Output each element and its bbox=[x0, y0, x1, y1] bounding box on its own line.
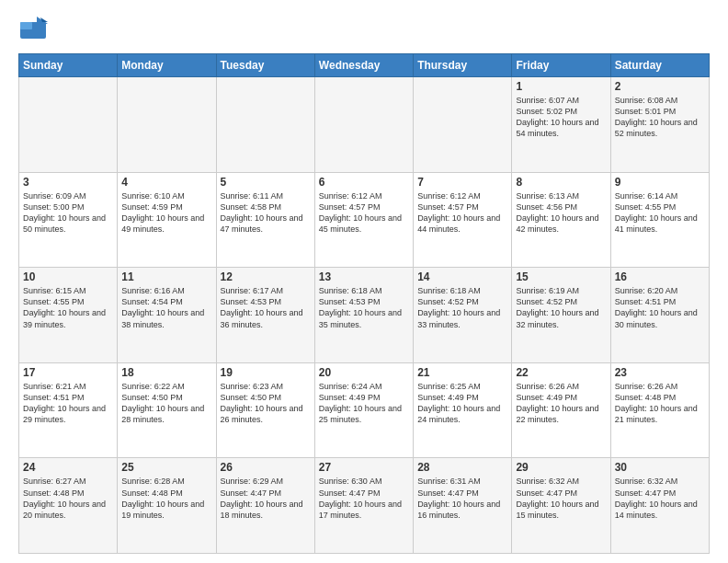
day-info: Sunrise: 6:11 AM Sunset: 4:58 PM Dayligh… bbox=[221, 190, 311, 236]
svg-rect-1 bbox=[20, 22, 32, 29]
day-number: 5 bbox=[221, 176, 311, 189]
calendar: SundayMondayTuesdayWednesdayThursdayFrid… bbox=[18, 53, 710, 554]
day-cell: 26Sunrise: 6:29 AM Sunset: 4:47 PM Dayli… bbox=[216, 458, 314, 554]
day-cell: 20Sunrise: 6:24 AM Sunset: 4:49 PM Dayli… bbox=[314, 362, 413, 458]
day-cell: 16Sunrise: 6:20 AM Sunset: 4:51 PM Dayli… bbox=[610, 268, 709, 363]
day-cell: 8Sunrise: 6:13 AM Sunset: 4:56 PM Daylig… bbox=[512, 172, 610, 268]
day-cell: 4Sunrise: 6:10 AM Sunset: 4:59 PM Daylig… bbox=[118, 172, 216, 268]
week-row: 10Sunrise: 6:15 AM Sunset: 4:55 PM Dayli… bbox=[19, 268, 710, 363]
calendar-body: 1Sunrise: 6:07 AM Sunset: 5:02 PM Daylig… bbox=[19, 77, 710, 554]
day-number: 13 bbox=[319, 270, 409, 283]
day-number: 30 bbox=[615, 461, 705, 474]
day-number: 4 bbox=[121, 176, 211, 189]
weekday-header: Friday bbox=[512, 54, 610, 77]
weekday-header: Thursday bbox=[414, 54, 512, 77]
day-cell: 12Sunrise: 6:17 AM Sunset: 4:53 PM Dayli… bbox=[216, 268, 314, 363]
day-cell: 17Sunrise: 6:21 AM Sunset: 4:51 PM Dayli… bbox=[19, 362, 118, 458]
calendar-header: SundayMondayTuesdayWednesdayThursdayFrid… bbox=[19, 54, 710, 77]
day-info: Sunrise: 6:07 AM Sunset: 5:02 PM Dayligh… bbox=[516, 95, 606, 140]
day-info: Sunrise: 6:17 AM Sunset: 4:53 PM Dayligh… bbox=[221, 285, 311, 330]
day-cell: 9Sunrise: 6:14 AM Sunset: 4:55 PM Daylig… bbox=[610, 172, 709, 268]
day-info: Sunrise: 6:26 AM Sunset: 4:49 PM Dayligh… bbox=[516, 381, 606, 426]
weekday-header: Saturday bbox=[610, 54, 709, 77]
day-info: Sunrise: 6:31 AM Sunset: 4:47 PM Dayligh… bbox=[417, 476, 507, 521]
day-number: 10 bbox=[23, 270, 113, 283]
day-cell: 23Sunrise: 6:26 AM Sunset: 4:48 PM Dayli… bbox=[610, 362, 709, 458]
day-number: 21 bbox=[417, 366, 507, 379]
weekday-header: Sunday bbox=[19, 54, 118, 77]
day-number: 9 bbox=[615, 176, 705, 189]
page: SundayMondayTuesdayWednesdayThursdayFrid… bbox=[0, 0, 728, 563]
day-number: 22 bbox=[516, 366, 606, 379]
day-number: 23 bbox=[615, 366, 705, 379]
day-cell: 19Sunrise: 6:23 AM Sunset: 4:50 PM Dayli… bbox=[216, 362, 314, 458]
day-info: Sunrise: 6:32 AM Sunset: 4:47 PM Dayligh… bbox=[516, 476, 606, 521]
day-cell bbox=[216, 77, 314, 173]
day-cell bbox=[19, 77, 118, 173]
day-number: 17 bbox=[23, 366, 113, 379]
day-cell: 15Sunrise: 6:19 AM Sunset: 4:52 PM Dayli… bbox=[512, 268, 610, 363]
day-number: 8 bbox=[516, 176, 606, 189]
day-number: 14 bbox=[417, 270, 507, 283]
weekday-row: SundayMondayTuesdayWednesdayThursdayFrid… bbox=[19, 54, 710, 77]
day-info: Sunrise: 6:27 AM Sunset: 4:48 PM Dayligh… bbox=[23, 476, 113, 521]
day-info: Sunrise: 6:32 AM Sunset: 4:47 PM Dayligh… bbox=[615, 476, 705, 521]
week-row: 1Sunrise: 6:07 AM Sunset: 5:02 PM Daylig… bbox=[19, 77, 710, 173]
day-cell bbox=[314, 77, 413, 173]
day-cell: 2Sunrise: 6:08 AM Sunset: 5:01 PM Daylig… bbox=[610, 77, 709, 173]
calendar-table: SundayMondayTuesdayWednesdayThursdayFrid… bbox=[18, 53, 710, 554]
day-info: Sunrise: 6:25 AM Sunset: 4:49 PM Dayligh… bbox=[417, 381, 507, 426]
day-info: Sunrise: 6:18 AM Sunset: 4:53 PM Dayligh… bbox=[319, 285, 409, 330]
day-info: Sunrise: 6:08 AM Sunset: 5:01 PM Dayligh… bbox=[615, 95, 705, 140]
day-info: Sunrise: 6:12 AM Sunset: 4:57 PM Dayligh… bbox=[417, 190, 507, 236]
day-info: Sunrise: 6:14 AM Sunset: 4:55 PM Dayligh… bbox=[615, 190, 705, 236]
day-number: 1 bbox=[516, 80, 606, 93]
day-cell: 11Sunrise: 6:16 AM Sunset: 4:54 PM Dayli… bbox=[118, 268, 216, 363]
day-number: 25 bbox=[121, 461, 211, 474]
day-info: Sunrise: 6:10 AM Sunset: 4:59 PM Dayligh… bbox=[121, 190, 211, 236]
day-cell: 7Sunrise: 6:12 AM Sunset: 4:57 PM Daylig… bbox=[414, 172, 512, 268]
day-number: 6 bbox=[319, 176, 409, 189]
day-number: 11 bbox=[121, 270, 211, 283]
day-info: Sunrise: 6:09 AM Sunset: 5:00 PM Dayligh… bbox=[23, 190, 113, 236]
day-number: 27 bbox=[319, 461, 409, 474]
day-number: 20 bbox=[319, 366, 409, 379]
day-number: 12 bbox=[221, 270, 311, 283]
day-cell: 22Sunrise: 6:26 AM Sunset: 4:49 PM Dayli… bbox=[512, 362, 610, 458]
day-number: 18 bbox=[121, 366, 211, 379]
day-cell: 14Sunrise: 6:18 AM Sunset: 4:52 PM Dayli… bbox=[414, 268, 512, 363]
week-row: 3Sunrise: 6:09 AM Sunset: 5:00 PM Daylig… bbox=[19, 172, 710, 268]
day-info: Sunrise: 6:24 AM Sunset: 4:49 PM Dayligh… bbox=[319, 381, 409, 426]
day-cell: 24Sunrise: 6:27 AM Sunset: 4:48 PM Dayli… bbox=[19, 458, 118, 554]
day-info: Sunrise: 6:16 AM Sunset: 4:54 PM Dayligh… bbox=[121, 285, 211, 330]
day-cell bbox=[118, 77, 216, 173]
day-number: 2 bbox=[615, 80, 705, 93]
day-info: Sunrise: 6:18 AM Sunset: 4:52 PM Dayligh… bbox=[417, 285, 507, 330]
day-number: 19 bbox=[221, 366, 311, 379]
day-info: Sunrise: 6:21 AM Sunset: 4:51 PM Dayligh… bbox=[23, 381, 113, 426]
day-number: 28 bbox=[417, 461, 507, 474]
day-info: Sunrise: 6:22 AM Sunset: 4:50 PM Dayligh… bbox=[121, 381, 211, 426]
day-cell: 6Sunrise: 6:12 AM Sunset: 4:57 PM Daylig… bbox=[314, 172, 413, 268]
day-cell: 29Sunrise: 6:32 AM Sunset: 4:47 PM Dayli… bbox=[512, 458, 610, 554]
day-cell: 18Sunrise: 6:22 AM Sunset: 4:50 PM Dayli… bbox=[118, 362, 216, 458]
day-info: Sunrise: 6:19 AM Sunset: 4:52 PM Dayligh… bbox=[516, 285, 606, 330]
day-cell bbox=[414, 77, 512, 173]
day-info: Sunrise: 6:26 AM Sunset: 4:48 PM Dayligh… bbox=[615, 381, 705, 426]
day-number: 29 bbox=[516, 461, 606, 474]
day-info: Sunrise: 6:28 AM Sunset: 4:48 PM Dayligh… bbox=[121, 476, 211, 521]
day-cell: 28Sunrise: 6:31 AM Sunset: 4:47 PM Dayli… bbox=[414, 458, 512, 554]
day-number: 7 bbox=[417, 176, 507, 189]
logo-icon bbox=[18, 15, 48, 44]
weekday-header: Wednesday bbox=[314, 54, 413, 77]
day-cell: 25Sunrise: 6:28 AM Sunset: 4:48 PM Dayli… bbox=[118, 458, 216, 554]
day-cell: 21Sunrise: 6:25 AM Sunset: 4:49 PM Dayli… bbox=[414, 362, 512, 458]
day-info: Sunrise: 6:12 AM Sunset: 4:57 PM Dayligh… bbox=[319, 190, 409, 236]
day-number: 16 bbox=[615, 270, 705, 283]
day-cell: 30Sunrise: 6:32 AM Sunset: 4:47 PM Dayli… bbox=[610, 458, 709, 554]
weekday-header: Monday bbox=[118, 54, 216, 77]
day-number: 15 bbox=[516, 270, 606, 283]
logo bbox=[18, 15, 50, 44]
weekday-header: Tuesday bbox=[216, 54, 314, 77]
day-info: Sunrise: 6:23 AM Sunset: 4:50 PM Dayligh… bbox=[221, 381, 311, 426]
